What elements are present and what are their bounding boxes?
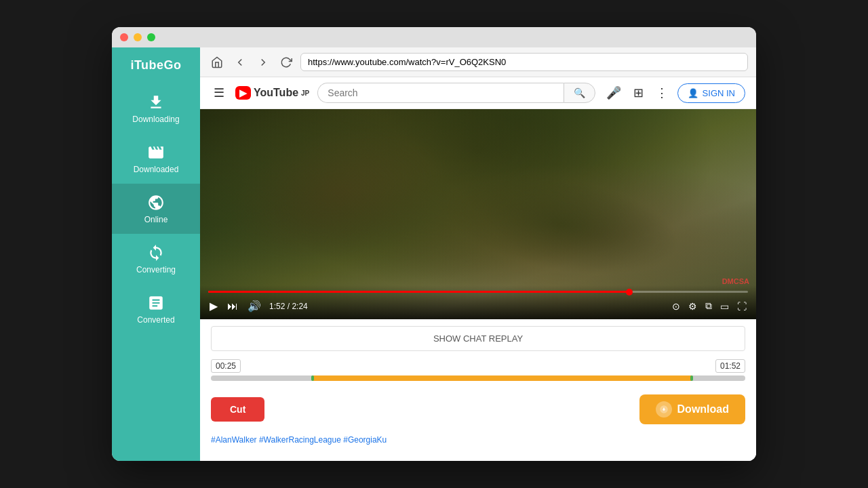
minimize-button[interactable] — [134, 33, 142, 41]
film-icon — [146, 143, 165, 162]
download-button[interactable]: Download — [639, 394, 745, 424]
progress-thumb — [626, 289, 633, 296]
fullscreen-button[interactable]: ⛶ — [736, 300, 748, 313]
yt-grid-button[interactable]: ⊞ — [631, 83, 646, 103]
converted-icon — [146, 293, 165, 312]
home-button[interactable] — [208, 54, 226, 71]
yt-logo-text: YouTube — [254, 87, 298, 99]
trim-end-time[interactable]: 01:52 — [715, 359, 745, 373]
app-logo: iTubeGo — [125, 47, 186, 83]
search-button[interactable]: 🔍 — [564, 83, 595, 103]
video-player[interactable]: DMCSA ▶ ⏭ 🔊 1:52 — [200, 109, 756, 319]
download-label: Download — [677, 403, 729, 415]
total-time: 2:24 — [292, 302, 307, 311]
sidebar-item-online[interactable]: Online — [112, 184, 200, 234]
yt-header-right: 🎤 ⊞ ⋮ 👤 SIGN IN — [604, 83, 745, 103]
sidebar-downloaded-label: Downloaded — [134, 165, 179, 174]
sidebar-converted-label: Converted — [137, 315, 174, 325]
title-bar — [112, 27, 756, 47]
settings-button[interactable]: ⚙ — [687, 300, 698, 313]
cut-button[interactable]: Cut — [211, 397, 264, 422]
sidebar: iTubeGo Downloading Downloaded — [112, 47, 200, 461]
video-tags: #AlanWalker #WalkerRacingLeague #Georgia… — [211, 435, 745, 445]
sidebar-item-converted[interactable]: Converted — [112, 284, 200, 334]
youtube-logo: ▶ YouTube JP — [235, 86, 309, 100]
app-window: iTubeGo Downloading Downloaded — [112, 27, 756, 461]
video-controls: ▶ ⏭ 🔊 1:52 / 2:24 ⊙ — [200, 285, 756, 319]
action-buttons: Cut Download — [211, 389, 745, 430]
sign-in-label: SIGN IN — [703, 88, 735, 98]
youtube-header: ☰ ▶ YouTube JP 🔍 🎤 ⊞ ⋮ — [200, 77, 756, 109]
url-input[interactable] — [300, 53, 748, 71]
progress-fill — [208, 291, 629, 293]
miniplayer-button[interactable]: ⧉ — [704, 299, 713, 313]
below-video-area: SHOW CHAT REPLAY 00:25 01:52 — [200, 319, 756, 451]
yt-more-button[interactable]: ⋮ — [653, 83, 671, 103]
trim-timestamps: 00:25 01:52 — [211, 359, 745, 373]
right-controls: ⊙ ⚙ ⧉ ▭ ⛶ — [671, 299, 748, 313]
address-bar — [200, 47, 756, 77]
autoplay-button[interactable]: ⊙ — [671, 300, 682, 313]
theater-button[interactable]: ▭ — [719, 300, 730, 313]
play-button[interactable]: ▶ — [208, 298, 219, 314]
sidebar-online-label: Online — [144, 215, 168, 224]
maximize-button[interactable] — [147, 33, 155, 41]
back-button[interactable] — [231, 54, 249, 71]
search-input[interactable] — [317, 83, 563, 103]
download-btn-icon — [656, 401, 672, 418]
convert-icon — [146, 243, 165, 262]
sidebar-item-downloaded[interactable]: Downloaded — [112, 134, 200, 184]
show-chat-replay-btn[interactable]: SHOW CHAT REPLAY — [211, 326, 745, 351]
sidebar-converting-label: Converting — [136, 265, 176, 274]
yt-menu-button[interactable]: ☰ — [211, 83, 227, 103]
sidebar-downloading-label: Downloading — [132, 115, 179, 124]
video-section: DMCSA ▶ ⏭ 🔊 1:52 — [200, 109, 756, 461]
sidebar-item-downloading[interactable]: Downloading — [112, 83, 200, 134]
trim-right-handle[interactable] — [690, 375, 693, 381]
volume-button[interactable]: 🔊 — [246, 298, 262, 314]
content-area: ☰ ▶ YouTube JP 🔍 🎤 ⊞ ⋮ — [200, 47, 756, 461]
globe-icon — [146, 193, 165, 212]
yt-logo-icon: ▶ — [235, 86, 251, 100]
time-display: 1:52 / 2:24 — [269, 302, 308, 311]
controls-row: ▶ ⏭ 🔊 1:52 / 2:24 ⊙ — [208, 298, 748, 314]
progress-bar[interactable] — [208, 291, 748, 293]
main-area: iTubeGo Downloading Downloaded — [112, 47, 756, 461]
search-container: 🔍 — [317, 83, 595, 103]
trim-bar[interactable] — [211, 375, 745, 381]
sign-in-icon: 👤 — [688, 88, 698, 98]
trim-start-time[interactable]: 00:25 — [211, 359, 241, 373]
trim-container: 00:25 01:52 — [211, 359, 745, 389]
next-button[interactable]: ⏭ — [226, 299, 239, 314]
sidebar-item-converting[interactable]: Converting — [112, 234, 200, 284]
trim-left-handle[interactable] — [311, 375, 314, 381]
current-time: 1:52 — [269, 302, 285, 311]
yt-mic-button[interactable]: 🎤 — [604, 83, 624, 103]
yt-logo-region: JP — [301, 89, 309, 97]
download-icon — [146, 93, 165, 112]
refresh-button[interactable] — [277, 54, 295, 71]
browser-content: ☰ ▶ YouTube JP 🔍 🎤 ⊞ ⋮ — [200, 77, 756, 461]
sign-in-button[interactable]: 👤 SIGN IN — [677, 83, 745, 103]
trim-active-range — [313, 375, 692, 381]
video-watermark: DMCSA — [722, 277, 749, 285]
close-button[interactable] — [120, 33, 128, 41]
forward-button[interactable] — [254, 54, 272, 71]
